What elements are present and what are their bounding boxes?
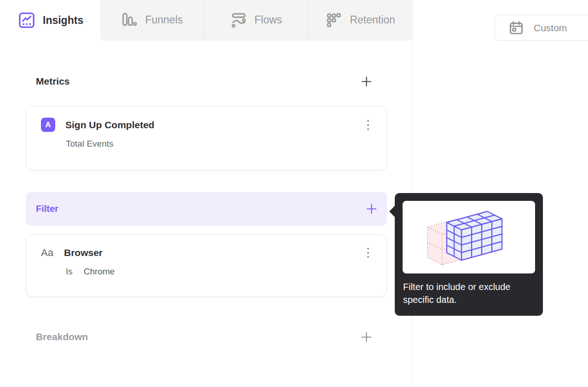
filter-operator[interactable]: Is [66, 267, 73, 276]
calendar-icon [509, 21, 524, 35]
add-metric-button[interactable] [360, 75, 373, 88]
kebab-menu-icon [367, 248, 369, 250]
tab-label: Insights [43, 14, 83, 27]
tab-label: Flows [254, 14, 282, 26]
tooltip-text: Filter to include or exclude specific da… [403, 280, 518, 306]
add-breakdown-button[interactable] [360, 330, 373, 343]
metrics-section-title: Metrics [36, 76, 70, 87]
plus-icon [360, 331, 373, 343]
metric-menu-button[interactable] [364, 118, 372, 132]
filter-condition: IsChrome [26, 260, 386, 277]
breakdown-section-title: Breakdown [36, 331, 88, 342]
metric-event-name: Sign Up Completed [65, 120, 155, 131]
filter-property-name: Browser [64, 247, 103, 258]
kebab-menu-icon [367, 120, 369, 122]
metrics-section-header: Metrics [36, 70, 373, 93]
tab-retention[interactable]: Retention [308, 0, 413, 40]
filter-card-main-row: Aa Browser [26, 235, 386, 260]
date-range-custom-button[interactable]: Custom [495, 15, 588, 41]
string-property-type-icon: Aa [41, 245, 58, 260]
tab-flows[interactable]: Flows [204, 0, 309, 40]
report-tabbar: Insights Funnels [0, 0, 413, 40]
tab-label: Retention [350, 14, 395, 26]
plus-icon [365, 203, 378, 215]
tab-label: Funnels [145, 14, 183, 26]
filter-menu-button[interactable] [364, 246, 372, 260]
plus-icon [360, 75, 373, 88]
filter-card[interactable]: Aa Browser IsChrome [26, 234, 387, 297]
metric-card-main-row: A Sign Up Completed [26, 106, 386, 132]
insights-report-builder: Insights Funnels [0, 0, 588, 387]
tab-insights[interactable]: Insights [0, 0, 100, 40]
metric-aggregation: Total Events [26, 132, 386, 149]
metric-card[interactable]: A Sign Up Completed Total Events [26, 106, 387, 171]
breakdown-section-header: Breakdown [36, 325, 373, 348]
retention-icon [326, 12, 342, 28]
inactive-tabs-group: Funnels Flows [100, 0, 413, 40]
tab-funnels[interactable]: Funnels [100, 0, 204, 40]
flows-icon [231, 12, 247, 28]
series-letter-badge: A [41, 118, 55, 132]
date-range-label: Custom [534, 23, 567, 34]
filter-cube-illustration [403, 201, 535, 273]
filter-value[interactable]: Chrome [84, 267, 115, 276]
funnels-icon [121, 12, 137, 28]
insights-icon [18, 12, 35, 28]
filter-help-tooltip: Filter to include or exclude specific da… [395, 193, 543, 316]
filter-section-title: Filter [36, 204, 58, 214]
add-filter-button[interactable] [365, 203, 378, 216]
query-builder-panel: Insights Funnels [0, 0, 413, 387]
filter-section-row[interactable]: Filter [26, 192, 387, 226]
